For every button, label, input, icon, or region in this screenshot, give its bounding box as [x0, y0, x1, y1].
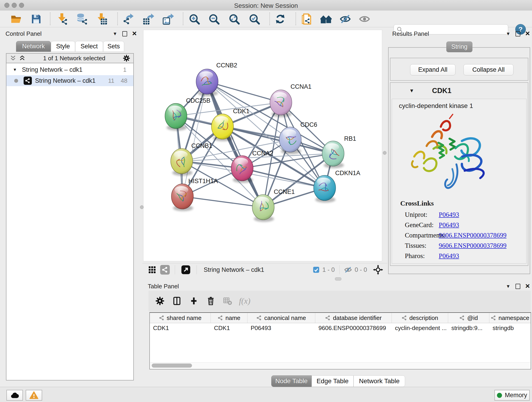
- export-image-button[interactable]: [162, 13, 174, 25]
- show-columns-button[interactable]: [171, 295, 182, 306]
- left-splitter-handle[interactable]: [140, 205, 144, 209]
- crosslink-link[interactable]: P06493: [439, 221, 459, 229]
- tab-network[interactable]: Network: [16, 41, 51, 52]
- network-node-cdkn1a[interactable]: CDKN1A: [314, 170, 360, 203]
- toolbar-separator: [50, 12, 51, 25]
- panel-float-icon[interactable]: [122, 31, 127, 36]
- network-node-rb1[interactable]: RB1: [322, 135, 356, 168]
- panel-menu-icon[interactable]: ▼: [506, 32, 510, 36]
- tab-node-table[interactable]: Node Table: [271, 375, 312, 387]
- column-header[interactable]: database identifier: [315, 313, 392, 323]
- export-network-button[interactable]: [122, 13, 134, 25]
- export-table-button[interactable]: [142, 13, 155, 25]
- network-canvas[interactable]: CCNB2CCNA1CDC25BCDK1CDC6RB1CCNB1CCNA2CDK…: [143, 30, 382, 261]
- tab-edge-table[interactable]: Edge Table: [312, 375, 354, 387]
- network-node-count: 11: [108, 77, 114, 84]
- panel-close-icon[interactable]: ×: [525, 282, 530, 290]
- right-splitter-handle[interactable]: [383, 151, 386, 155]
- import-table-button[interactable]: [95, 13, 108, 25]
- panel-menu-icon[interactable]: ▼: [113, 32, 117, 36]
- panel-close-icon[interactable]: ×: [132, 29, 137, 37]
- results-panel-title: Results Panel: [392, 30, 429, 37]
- column-header[interactable]: name: [211, 313, 247, 323]
- table-settings-button[interactable]: [154, 295, 165, 306]
- panel-close-icon[interactable]: ×: [525, 29, 530, 37]
- current-network-name: String Network – cdk1: [204, 266, 264, 274]
- share-icon: [162, 267, 168, 273]
- birdseye-grid-button[interactable]: [147, 265, 157, 274]
- column-header[interactable]: description: [392, 313, 448, 323]
- network-graph[interactable]: CCNB2CCNA1CDC25BCDK1CDC6RB1CCNB1CCNA2CDK…: [143, 30, 382, 262]
- table-row[interactable]: CDK1 CDK1 P06493 9606.ENSP00000378699 cy…: [150, 323, 531, 333]
- memory-button[interactable]: Memory: [494, 390, 530, 401]
- import-network-from-database-button[interactable]: [76, 13, 88, 25]
- open-file-button[interactable]: [10, 13, 22, 25]
- crosslink-link[interactable]: 9606.ENSP00000378699: [439, 242, 507, 249]
- shared-column-icon: [325, 315, 331, 321]
- column-header[interactable]: shared name: [150, 313, 211, 323]
- tab-network-table[interactable]: Network Table: [354, 375, 405, 387]
- network-row[interactable]: String Network – cdk1 11 48: [6, 75, 133, 86]
- pan-crosshair-icon[interactable]: [373, 265, 383, 275]
- selected-checkbox-icon[interactable]: [313, 266, 320, 273]
- network-edge[interactable]: [182, 196, 263, 207]
- show-panel-button[interactable]: [358, 13, 371, 25]
- panel-float-icon[interactable]: [515, 284, 520, 289]
- column-header-label: canonical name: [264, 314, 306, 322]
- column-header[interactable]: @id: [448, 313, 489, 323]
- refresh-button[interactable]: [274, 13, 286, 25]
- network-node-hist1h1a[interactable]: HIST1H1A: [171, 178, 218, 211]
- zoom-out-button[interactable]: [208, 13, 220, 25]
- network-node-ccnb2[interactable]: CCNB2: [196, 62, 237, 96]
- crosslink-link[interactable]: 9606.ENSP00000378699: [439, 231, 507, 239]
- footer-separator: [175, 265, 175, 274]
- column-header-label: @id: [467, 314, 478, 322]
- home-networks-button[interactable]: [320, 13, 332, 25]
- column-header[interactable]: canonical name: [247, 313, 315, 323]
- tab-select[interactable]: Select: [75, 41, 103, 52]
- create-column-button[interactable]: [188, 295, 199, 306]
- tab-string[interactable]: String: [446, 41, 472, 52]
- import-network-button[interactable]: [56, 13, 69, 25]
- expand-all-button[interactable]: Expand All: [410, 64, 456, 75]
- zoom-fit-button[interactable]: [228, 13, 240, 25]
- network-node-ccne1[interactable]: CCNE1: [252, 188, 295, 222]
- toolbar-separator: [183, 12, 183, 25]
- network-edge[interactable]: [207, 82, 263, 207]
- save-session-button[interactable]: [30, 13, 42, 25]
- crosslink-link[interactable]: P06493: [439, 252, 459, 260]
- node-label: CDC6: [300, 121, 317, 128]
- expand-all-icon[interactable]: [19, 55, 26, 62]
- table-horizontal-scrollbar[interactable]: [150, 362, 530, 369]
- collapse-all-button[interactable]: Collapse All: [463, 64, 513, 75]
- hide-panel-button[interactable]: [339, 13, 351, 25]
- entry-expander-icon[interactable]: ▼: [409, 88, 414, 94]
- tab-sets[interactable]: Sets: [103, 41, 124, 52]
- network-overview-button[interactable]: [160, 265, 170, 274]
- delete-column-button[interactable]: [205, 295, 216, 306]
- cloud-status-button[interactable]: [6, 390, 23, 401]
- network-collection-row[interactable]: ▼ String Network – cdk1 1: [6, 64, 133, 75]
- string-import-button[interactable]: [300, 13, 312, 25]
- warnings-button[interactable]: [26, 390, 42, 401]
- function-builder-button[interactable]: f(x): [239, 295, 250, 306]
- status-bar: Memory: [0, 387, 532, 402]
- collection-expander-icon[interactable]: ▼: [13, 67, 17, 72]
- delete-table-button[interactable]: [222, 295, 233, 306]
- network-node-ccnb1[interactable]: CCNB1: [171, 142, 212, 176]
- panel-menu-icon[interactable]: ▼: [506, 284, 510, 288]
- zoom-selected-button[interactable]: [248, 13, 260, 25]
- panel-float-icon[interactable]: [515, 31, 520, 36]
- gene-entry-header[interactable]: ▼ CDK1: [390, 83, 528, 99]
- crosslink-link[interactable]: P06493: [439, 211, 459, 218]
- column-header[interactable]: namespace: [489, 313, 531, 323]
- gear-icon[interactable]: [123, 55, 130, 62]
- scrollbar-thumb[interactable]: [152, 364, 192, 368]
- control-panel-title: Control Panel: [6, 30, 42, 37]
- cell-name: CDK1: [211, 323, 247, 333]
- tab-style[interactable]: Style: [51, 41, 75, 52]
- open-in-window-button[interactable]: [181, 265, 191, 274]
- collapse-all-icon[interactable]: [10, 55, 17, 62]
- shared-column-icon: [491, 315, 496, 321]
- zoom-in-button[interactable]: [188, 13, 201, 25]
